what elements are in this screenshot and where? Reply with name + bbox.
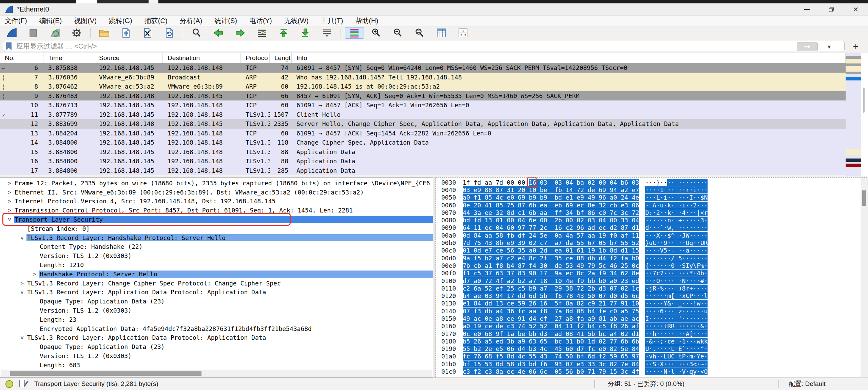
column-header-no[interactable]: No. (0, 53, 43, 63)
packet-list-minimap-scrollbar[interactable] (846, 53, 861, 176)
menu-item-10[interactable]: 帮助(H) (355, 16, 378, 25)
detail-line-12[interactable]: vTLSv1.3 Record Layer: Application Data … (0, 288, 433, 297)
menu-item-8[interactable]: 无线(W) (284, 16, 309, 25)
start-capture-button[interactable] (2, 27, 21, 39)
expander-collapsed-icon[interactable]: > (5, 198, 14, 204)
capture-options-button[interactable] (67, 27, 86, 39)
detail-line-19[interactable]: Version: TLS 1.2 (0x0303) (0, 351, 433, 360)
column-header-protoco[interactable]: Protoco (241, 53, 270, 63)
minimize-button[interactable] (795, 3, 819, 16)
detail-line-1[interactable]: >Ethernet II, Src: VMware_e6:3b:89 (00:0… (0, 188, 433, 197)
hex-row-00d0[interactable]: 00d09a f5 b2 a7 c2 e4 8c 2f 35 ce 88 db … (436, 254, 868, 262)
detail-line-15[interactable]: Length: 23 (0, 315, 433, 324)
menu-item-9[interactable]: 工具(T) (321, 16, 343, 25)
packet-row-15[interactable]: 153.884800192.168.148.145192.168.148.148… (0, 147, 846, 157)
hex-row-00b0[interactable]: 00b07d 75 43 8b e9 39 02 c7 a7 da 55 67 … (436, 239, 868, 246)
detail-line-20[interactable]: Length: 683 (0, 360, 433, 370)
add-filter-button[interactable]: + (850, 41, 862, 52)
vscroll-thumb[interactable] (862, 190, 866, 206)
detail-line-6[interactable]: vTLSv1.3 Record Layer: Handshake Protoco… (0, 233, 433, 242)
expander-collapsed-icon[interactable]: > (30, 271, 39, 277)
expander-expanded-icon[interactable]: v (5, 216, 14, 223)
expander-expanded-icon[interactable]: v (18, 289, 26, 295)
menu-item-3[interactable]: 跳转(G) (109, 16, 132, 25)
packet-row-11[interactable]: 11✓3.877789192.168.148.145192.168.148.14… (0, 110, 846, 119)
packet-row-14[interactable]: 143.884800192.168.148.145192.168.148.148… (0, 138, 846, 147)
go-back-button[interactable] (209, 27, 228, 39)
open-file-button[interactable] (95, 27, 114, 39)
apply-filter-button[interactable] (797, 42, 818, 51)
display-filter-input[interactable]: 应用显示过滤器 … <Ctrl-/> ▾ (3, 41, 845, 52)
detail-line-16[interactable]: Encrypted Application Data: 4fa5e94dc7f3… (0, 324, 433, 333)
detail-line-3[interactable]: >Transmission Control Protocol, Src Port… (0, 206, 433, 215)
detail-line-13[interactable]: Opaque Type: Application Data (23) (0, 297, 433, 306)
hex-row-0030[interactable]: 00301f fd aa 7d 00 00 16 03 03 04 ba 02 … (436, 179, 868, 186)
packet-row-10[interactable]: 103.876713192.168.148.145192.168.148.148… (0, 100, 846, 110)
packet-row-6[interactable]: 6⌐3.875838192.168.148.145192.168.148.148… (0, 63, 846, 73)
hex-row-0050[interactable]: 0050a0 f1 85 4c e0 69 b9 b9 bd e1 e9 49 … (436, 194, 868, 201)
menu-item-4[interactable]: 捕获(C) (144, 16, 168, 25)
hex-row-0170[interactable]: 01700c e0 68 9f 1a be bb d3 ad 08 41 5b … (436, 330, 868, 337)
hex-row-0100[interactable]: 0100d7 a0 72 4f a2 b2 a7 18 10 4e f9 bb … (436, 277, 868, 284)
packet-row-12[interactable]: 123.883699192.168.148.148192.168.148.145… (0, 119, 846, 129)
column-header-lengt[interactable]: Lengt (270, 53, 292, 63)
find-packet-button[interactable] (187, 27, 206, 39)
detail-line-17[interactable]: vTLSv1.3 Record Layer: Application Data … (0, 333, 433, 342)
packet-row-7[interactable]: 7╎3.876036VMware_e6:3b:89BroadcastARP42W… (0, 73, 846, 82)
details-horizontal-scrollbar[interactable] (1, 370, 432, 377)
go-last-button[interactable] (296, 27, 315, 39)
minimap-scroll-thumb[interactable] (863, 88, 865, 113)
hex-row-0120[interactable]: 0120b4 ae 03 94 17 dd 6d 5b f6 78 43 50 … (436, 292, 868, 299)
hex-row-01c0[interactable]: 01c0c3 f2 c3 8a ec 4e 06 6c 05 56 b0 71 … (436, 368, 868, 375)
save-file-button[interactable] (116, 27, 135, 39)
zoom-out-button[interactable] (388, 27, 407, 39)
layout-button[interactable]: 123 (454, 27, 472, 39)
hex-row-0040[interactable]: 004003 e9 88 87 31 20 10 be fb 14 72 de … (436, 186, 868, 193)
detail-line-5[interactable]: [Stream index: 0] (0, 224, 433, 233)
hex-row-01a0[interactable]: 01a0fc 76 68 f5 8d 4c 55 43 74 50 bf 6d … (436, 353, 868, 360)
close-button[interactable]: ✕ (844, 3, 868, 16)
hex-row-0160[interactable]: 0160a0 19 ce de c3 74 52 52 04 11 f2 b4 … (436, 322, 868, 330)
hex-row-0090[interactable]: 009064 11 ec 04 60 97 77 2c 16 c2 96 ad … (436, 224, 868, 231)
expert-info-icon[interactable] (5, 380, 13, 388)
hex-row-0130[interactable]: 0130e1 84 dd 13 ce 59 26 16 5f 8a 82 c9 … (436, 300, 868, 307)
restart-capture-button[interactable] (45, 27, 64, 39)
detail-line-8[interactable]: Version: TLS 1.2 (0x0303) (0, 251, 433, 260)
menu-item-2[interactable]: 视图(V) (74, 16, 97, 25)
close-file-button[interactable] (138, 27, 157, 39)
hex-row-00c0[interactable]: 00c001 0d e7 ce 56 35 a0 2d ea 01 61 19 … (436, 247, 868, 254)
menu-item-1[interactable]: 编辑(E) (39, 16, 62, 25)
detail-line-18[interactable]: Opaque Type: Application Data (23) (0, 342, 433, 351)
reload-file-button[interactable] (160, 27, 179, 39)
packet-row-9[interactable]: 9╎3.876483192.168.148.148192.168.148.145… (0, 91, 846, 101)
go-to-packet-button[interactable] (252, 27, 271, 39)
hex-row-0150[interactable]: 015049 ac 0e a8 ee 91 d4 ef 27 a8 fa a9 … (436, 315, 868, 322)
detail-line-14[interactable]: Version: TLS 1.2 (0x0303) (0, 306, 433, 315)
menu-item-5[interactable]: 分析(A) (180, 16, 202, 25)
packet-row-17[interactable]: 173.884800192.168.148.145192.168.148.148… (0, 166, 846, 175)
hex-row-0190[interactable]: 019055 b2 2e e5 06 d4 b3 4c 45 60 d7 fc … (436, 345, 868, 353)
hex-row-00a0[interactable]: 00a00d 84 aa 58 fb df 24 5e 0a 4a 57 aa … (436, 231, 868, 239)
hex-row-0060[interactable]: 00600e 20 41 85 75 87 6b ea eb 69 ec 8e … (436, 201, 868, 209)
capture-comment-icon[interactable] (19, 380, 27, 388)
packet-row-16[interactable]: 163.884800192.168.148.145192.168.148.148… (0, 156, 846, 166)
hex-vertical-scrollbar[interactable] (861, 178, 868, 377)
column-header-destination[interactable]: Destination (163, 53, 241, 63)
column-header-time[interactable]: Time (43, 53, 94, 63)
resize-columns-button[interactable] (432, 27, 451, 39)
detail-line-11[interactable]: >TLSv1.3 Record Layer: Change Cipher Spe… (0, 279, 433, 288)
expander-collapsed-icon[interactable]: > (5, 207, 14, 213)
status-profile[interactable]: 配置: Default (789, 379, 826, 388)
hex-row-0110[interactable]: 0110c2 6a 52 ef 25 c5 b9 a7 29 38 72 2b … (436, 284, 868, 292)
hex-row-0140[interactable]: 014007 f3 db a4 36 fc aa f8 7a 8d 08 b4 … (436, 307, 868, 315)
hex-row-0180[interactable]: 0180b5 26 a5 ed 3b a9 63 65 bc 31 b0 1d … (436, 337, 868, 345)
restore-button[interactable] (819, 3, 844, 16)
column-header-source[interactable]: Source (94, 53, 163, 63)
zoom-original-button[interactable] (410, 27, 429, 39)
expander-expanded-icon[interactable]: v (18, 334, 26, 341)
detail-line-4[interactable]: vTransport Layer Security (0, 215, 433, 224)
filter-dropdown-caret[interactable]: ▾ (828, 43, 831, 51)
hscroll-thumb[interactable] (10, 371, 201, 376)
packet-row-13[interactable]: 133.884204192.168.148.145192.168.148.148… (0, 129, 846, 138)
hex-row-00e0[interactable]: 00e07b cb a1 f8 b4 87 f4 30 de 53 49 79 … (436, 262, 868, 269)
